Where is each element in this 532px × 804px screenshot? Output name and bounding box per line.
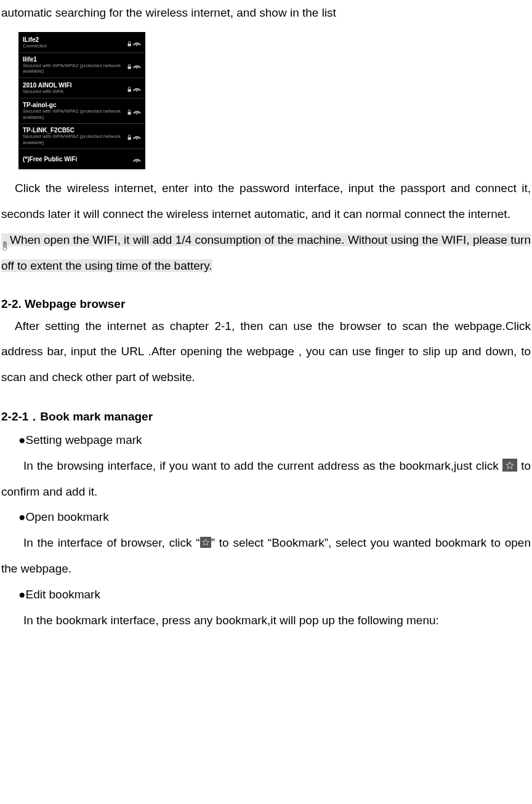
wifi-note-highlighted: When open the WIFI, it will add 1/4 cons… — [1, 227, 531, 279]
svg-point-9 — [136, 138, 137, 139]
note-icon — [1, 235, 10, 244]
wifi-subtext: Secured with WPA — [23, 89, 127, 95]
wifi-name: 2010 AINOL WIFI — [23, 82, 127, 89]
wifi-note-text: When open the WIFI, it will add 1/4 cons… — [1, 233, 531, 272]
wifi-row: 2010 AINOL WIFISecured with WPA — [19, 78, 145, 98]
wifi-row: ILife2Connected — [19, 33, 145, 53]
wifi-subtext: Secured with WPA/WPA2 (protected network… — [23, 134, 127, 145]
wifi-name: Ilife1 — [23, 56, 127, 63]
heading-2-2-1: 2-2-1．Book mark manager — [1, 409, 531, 425]
intro-paragraph: automatic searching for the wireless int… — [1, 0, 531, 26]
bullet-edit-bookmark-text: In the bookmark interface, press any boo… — [1, 608, 531, 633]
paragraph-2-2: After setting the internet as chapter 2-… — [1, 313, 531, 390]
bookmark-star-icon — [502, 459, 517, 472]
wifi-row: (*)Free Public WiFi — [19, 149, 145, 169]
svg-point-10 — [136, 161, 137, 163]
svg-point-1 — [136, 44, 137, 46]
bullet-open-bookmark: ●Open bookmark — [1, 504, 531, 530]
wifi-lock-icon — [127, 84, 141, 92]
wifi-row: TP-ainol-gcSecured with WPA/WPA2 (protec… — [19, 98, 145, 124]
wifi-lock-icon — [127, 107, 141, 115]
wifi-lock-icon — [127, 38, 141, 47]
svg-point-3 — [136, 67, 137, 68]
wifi-subtext: Secured with WPA/WPA2 (protected network… — [23, 63, 127, 74]
wifi-instruction-paragraph: Click the wireless internet, enter into … — [1, 175, 531, 227]
bullet-edit-bookmark: ●Edit bookmark — [1, 582, 531, 608]
bullet-setting-webpage-mark: ●Setting webpage mark — [1, 427, 531, 453]
wifi-subtext: Secured with WPA/WPA2 (protected network… — [23, 108, 127, 120]
wifi-row: TP-LINK_F2CB5CSecured with WPA/WPA2 (pro… — [19, 124, 145, 149]
wifi-name: TP-LINK_F2CB5C — [23, 127, 127, 134]
wifi-lock-icon — [127, 61, 141, 70]
text-before-star-icon-1: In the browsing interface, if you want t… — [23, 459, 502, 472]
bullet-open-bookmark-text: In the interface of browser, click “” to… — [1, 530, 531, 582]
text-before-star-icon-2: In the interface of browser, click “ — [23, 536, 200, 549]
wifi-signal-icon — [127, 155, 141, 163]
svg-rect-4 — [128, 89, 131, 92]
bookmark-star-icon — [200, 537, 211, 548]
svg-point-5 — [136, 90, 137, 91]
svg-rect-2 — [128, 66, 131, 69]
wifi-list-screenshot: ILife2ConnectedIlife1Secured with WPA/WP… — [18, 32, 145, 170]
wifi-name: ILife2 — [23, 36, 127, 43]
wifi-lock-icon — [127, 132, 141, 140]
svg-rect-6 — [128, 112, 131, 115]
bullet-setting-webpage-mark-text: In the browsing interface, if you want t… — [1, 453, 531, 505]
wifi-name: (*)Free Public WiFi — [23, 156, 127, 163]
wifi-name: TP-ainol-gc — [23, 102, 127, 108]
svg-rect-0 — [128, 44, 131, 46]
svg-rect-8 — [128, 137, 131, 140]
svg-point-7 — [136, 113, 137, 114]
heading-2-2: 2-2. Webpage browser — [1, 297, 531, 311]
wifi-row: Ilife1Secured with WPA/WPA2 (protected n… — [19, 53, 145, 78]
wifi-subtext: Connected — [23, 43, 127, 49]
